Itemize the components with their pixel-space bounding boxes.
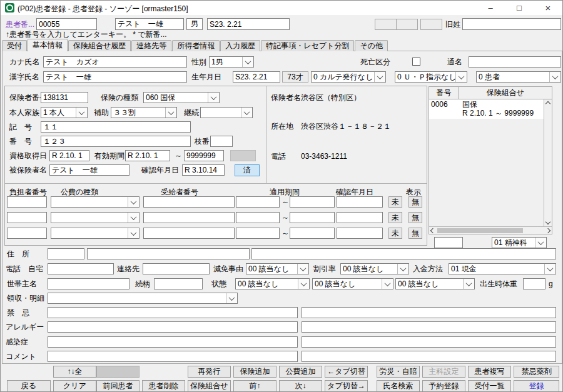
clear-button[interactable]: クリア xyxy=(53,380,96,392)
dept-code-input[interactable] xyxy=(434,237,463,248)
tab-switch-right-button[interactable]: タブ切替→ xyxy=(325,380,368,392)
home-tel-input[interactable] xyxy=(48,263,114,274)
reception-list-button[interactable]: 受付一覧 xyxy=(468,380,511,392)
state3-select[interactable]: 00 該当なし xyxy=(395,278,475,289)
main-dept-setting-button[interactable]: 主科設定 xyxy=(422,366,465,378)
chevron-down-icon[interactable] xyxy=(535,238,546,248)
kohi-type-select-row2[interactable] xyxy=(51,212,139,223)
scroll-left-icon[interactable] xyxy=(430,227,436,234)
chevron-down-icon[interactable] xyxy=(128,213,139,223)
tab-tokki-receipt-split[interactable]: 特記事項・レセプト分割 xyxy=(261,40,354,51)
register-button[interactable]: 登録 xyxy=(514,380,559,392)
kanji-name-input[interactable]: テスト 一雄 xyxy=(43,71,187,83)
comment-input-1[interactable] xyxy=(48,351,298,362)
chevron-down-icon[interactable] xyxy=(76,108,87,118)
kohi-display-none-button-row2[interactable]: 無 xyxy=(408,212,422,223)
householder-input[interactable] xyxy=(48,278,129,289)
blank-button[interactable] xyxy=(96,366,139,378)
kana-name-input[interactable]: テスト カズオ xyxy=(43,56,187,68)
kohi-recipient-input-row3[interactable] xyxy=(143,228,235,239)
chevron-down-icon[interactable] xyxy=(549,72,560,82)
confirm-done-button[interactable]: 済 xyxy=(235,164,260,176)
sex-select[interactable]: 1男 xyxy=(209,56,254,68)
kohi-display-none-button-row1[interactable]: 無 xyxy=(408,196,422,208)
delete-patient-button[interactable]: 患者削除 xyxy=(142,380,185,392)
chevron-down-icon[interactable] xyxy=(128,228,139,238)
chevron-down-icon[interactable] xyxy=(208,93,219,103)
chevron-down-icon[interactable] xyxy=(382,279,393,289)
maximize-button[interactable]: □ xyxy=(505,1,534,15)
state2-select[interactable]: 00 該当なし xyxy=(312,278,393,289)
comment-input-2[interactable] xyxy=(302,351,556,362)
chevron-down-icon[interactable] xyxy=(165,108,176,118)
prev-up-button[interactable]: 前↑ xyxy=(233,380,276,392)
death-flag-checkbox[interactable] xyxy=(412,58,420,66)
contraindicated-drug-button[interactable]: 禁忌薬剤 xyxy=(514,366,559,378)
chevron-down-icon[interactable] xyxy=(374,72,385,82)
kohi-payer-input-row1[interactable] xyxy=(7,196,47,208)
birth-weight-input[interactable] xyxy=(523,278,545,289)
up-order-select[interactable]: 0 Ｕ・Ｐ指示なし xyxy=(395,71,467,83)
contact-input[interactable] xyxy=(143,263,210,274)
chevron-down-icon[interactable] xyxy=(455,72,467,82)
reissue-button[interactable]: 再発行 xyxy=(188,366,231,378)
chevron-down-icon[interactable] xyxy=(241,108,252,118)
branch-input[interactable] xyxy=(210,136,233,147)
reduction-select[interactable]: 00 該当なし xyxy=(246,263,309,274)
next-down-button[interactable]: 次↓ xyxy=(279,380,322,392)
kohi-display-none-button-row3[interactable]: 無 xyxy=(408,228,422,239)
chevron-down-icon[interactable] xyxy=(128,197,139,207)
tab-contacts[interactable]: 連絡先等 xyxy=(131,40,171,51)
dept-select[interactable]: 01 精神科 xyxy=(492,237,547,248)
infection-input-2[interactable] xyxy=(302,336,556,348)
acquired-date-input[interactable]: R 2.10. 1 xyxy=(49,150,89,161)
tab-input-history[interactable]: 入力履歴 xyxy=(220,40,260,51)
allergy-input-1[interactable] xyxy=(48,321,298,333)
address1-input[interactable] xyxy=(87,248,250,259)
number-input[interactable]: １２３ xyxy=(41,136,191,147)
contraindication-input-1[interactable] xyxy=(48,307,298,318)
chevron-down-icon[interactable] xyxy=(298,279,309,289)
tab-others[interactable]: その他 xyxy=(355,40,388,51)
chevron-down-icon[interactable] xyxy=(544,264,555,274)
tab-income-info[interactable]: 所得者情報 xyxy=(172,40,220,51)
patient-kind-select[interactable]: 0 患者 xyxy=(476,71,561,83)
kohi-period-from-input-row1[interactable] xyxy=(236,196,280,208)
subsidy-select[interactable]: ３３割 xyxy=(111,107,177,118)
address-zip-input[interactable] xyxy=(48,248,84,259)
kohi-add-button[interactable]: 公費追加 xyxy=(279,366,322,378)
chevron-down-icon[interactable] xyxy=(297,264,308,274)
kohi-not-confirmed-button-row3[interactable]: 未 xyxy=(388,228,402,239)
chevron-down-icon[interactable] xyxy=(463,279,474,289)
name-search-button[interactable]: 氏名検索 xyxy=(377,380,420,392)
reservation-register-button[interactable]: 予約登録 xyxy=(422,380,465,392)
kohi-confirm-input-row3[interactable] xyxy=(337,228,383,239)
kohi-period-from-input-row3[interactable] xyxy=(236,228,280,239)
infection-input-1[interactable] xyxy=(48,336,298,348)
kohi-period-to-input-row3[interactable] xyxy=(290,228,335,239)
insured-name-input[interactable]: テスト 一雄 xyxy=(49,164,129,176)
alias-input[interactable] xyxy=(469,56,561,68)
chevron-down-icon[interactable] xyxy=(226,293,237,303)
symbol-input[interactable]: １１ xyxy=(41,121,191,133)
kohi-period-from-input-row2[interactable] xyxy=(236,212,280,223)
kohi-confirm-input-row1[interactable] xyxy=(337,196,383,208)
rosai-jibai-button[interactable]: 労災・自賠 xyxy=(377,366,420,378)
previous-patient-button[interactable]: 前回患者 xyxy=(96,380,139,392)
kohi-period-to-input-row2[interactable] xyxy=(290,212,335,223)
kohi-not-confirmed-button-row2[interactable]: 未 xyxy=(388,212,402,223)
kohi-payer-input-row3[interactable] xyxy=(7,228,47,239)
tab-switch-left-button[interactable]: ←タブ切替 xyxy=(325,366,368,378)
back-button[interactable]: 戻る xyxy=(7,380,51,392)
tab-insurance-history[interactable]: 保険組合せ履歴 xyxy=(68,40,131,51)
allergy-input-2[interactable] xyxy=(302,321,556,333)
scroll-right-icon[interactable] xyxy=(545,227,551,234)
kohi-type-select-row1[interactable] xyxy=(51,196,139,208)
relationship-input[interactable] xyxy=(154,278,203,289)
contraindication-input-2[interactable] xyxy=(302,307,556,318)
valid-to-input[interactable]: 9999999 xyxy=(184,150,224,161)
updown-all-button[interactable]: ↑↓全 xyxy=(53,366,96,378)
address2-input[interactable] xyxy=(251,248,556,259)
chevron-down-icon[interactable] xyxy=(397,264,408,274)
scroll-up-icon[interactable] xyxy=(544,101,552,107)
